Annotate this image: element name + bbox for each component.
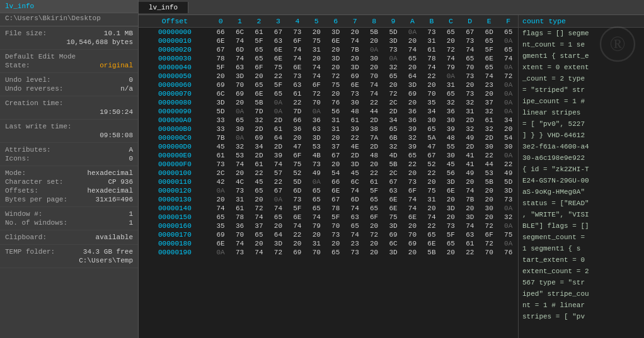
hex-cell[interactable]: 75 (288, 160, 307, 169)
hex-cell[interactable]: 22 (480, 151, 498, 160)
hex-cell[interactable]: 36 (441, 107, 460, 116)
hex-cell[interactable]: 6E (211, 37, 230, 45)
hex-cell[interactable]: 6C (345, 177, 364, 186)
hex-cell[interactable]: 45 (211, 142, 230, 151)
hex-cell[interactable]: 20 (403, 248, 422, 257)
hex-cell[interactable]: 5D (211, 107, 230, 116)
hex-cell[interactable]: 65 (250, 81, 268, 89)
hex-cell[interactable]: 79 (307, 222, 326, 230)
hex-cell[interactable]: 20 (268, 222, 287, 230)
hex-cell[interactable]: 20 (307, 230, 326, 239)
hex-cell[interactable]: 65 (384, 125, 403, 133)
hex-cell[interactable]: 20 (480, 213, 498, 222)
hex-cell[interactable]: 65 (441, 28, 460, 37)
hex-cell[interactable]: 65 (268, 89, 287, 98)
hex-table-container[interactable]: Offset 0 1 2 3 4 5 6 7 8 9 A B C (139, 15, 518, 338)
hex-cell[interactable]: 20 (326, 239, 345, 248)
hex-cell[interactable]: 6E (384, 204, 403, 213)
hex-cell[interactable]: 52 (288, 169, 307, 177)
hex-cell[interactable]: 32 (480, 107, 498, 116)
hex-cell[interactable]: 2D (364, 116, 383, 125)
hex-cell[interactable]: 22 (288, 230, 307, 239)
hex-cell[interactable]: 47 (288, 142, 307, 151)
hex-cell[interactable]: 74 (422, 63, 441, 72)
hex-cell[interactable]: 67 (268, 28, 287, 37)
hex-cell[interactable]: 56 (441, 169, 460, 177)
hex-cell[interactable]: 20 (480, 89, 498, 98)
hex-cell[interactable]: 73 (211, 160, 230, 169)
hex-cell[interactable]: 74 (422, 213, 441, 222)
hex-cell[interactable]: 20 (250, 195, 268, 204)
hex-cell[interactable]: 65 (480, 63, 498, 72)
hex-cell[interactable]: 34 (250, 142, 268, 151)
hex-cell[interactable]: 69 (345, 72, 364, 81)
hex-cell[interactable]: 3D (326, 54, 345, 63)
hex-cell[interactable]: 65 (307, 204, 326, 213)
hex-cell[interactable]: 63 (288, 81, 307, 89)
hex-cell[interactable]: 65 (268, 213, 287, 222)
hex-cell[interactable]: 6E (384, 195, 403, 204)
hex-cell[interactable]: 22 (422, 169, 441, 177)
hex-cell[interactable]: 65 (250, 45, 268, 54)
hex-cell[interactable]: 74 (268, 160, 287, 169)
hex-cell[interactable]: 39 (268, 151, 287, 160)
hex-cell[interactable]: 65 (441, 89, 460, 98)
hex-cell[interactable]: 56 (326, 107, 345, 116)
hex-cell[interactable]: 30 (422, 116, 441, 125)
hex-cell[interactable]: 2D (345, 151, 364, 160)
hex-cell[interactable]: 5B (250, 98, 268, 107)
hex-cell[interactable]: 61 (250, 28, 268, 37)
hex-cell[interactable]: 61 (480, 116, 498, 125)
hex-cell[interactable]: 73 (384, 45, 403, 54)
hex-cell[interactable]: 69 (211, 230, 230, 239)
hex-cell[interactable]: 3D (326, 28, 345, 37)
hex-cell[interactable]: 20 (364, 160, 383, 169)
hex-cell[interactable]: 6C (230, 28, 249, 37)
hex-cell[interactable]: 53 (230, 151, 249, 160)
hex-cell[interactable]: 2C (384, 169, 403, 177)
hex-cell[interactable]: 36 (403, 107, 422, 116)
hex-cell[interactable]: 20 (364, 222, 383, 230)
hex-cell[interactable]: 74 (230, 239, 249, 248)
hex-cell[interactable]: 65 (403, 54, 422, 63)
hex-cell[interactable]: 64 (268, 133, 287, 142)
hex-cell[interactable]: 30 (230, 125, 249, 133)
hex-cell[interactable]: 74 (364, 89, 383, 98)
hex-cell[interactable]: 5F (364, 186, 383, 195)
hex-cell[interactable]: 74 (288, 222, 307, 230)
hex-cell[interactable]: 7B (461, 195, 480, 204)
hex-cell[interactable]: 5D (384, 28, 403, 37)
hex-cell[interactable]: 31 (422, 195, 441, 204)
hex-cell[interactable]: 3D (498, 186, 518, 195)
hex-cell[interactable]: 6B (384, 133, 403, 142)
hex-cell[interactable]: 49 (307, 169, 326, 177)
hex-cell[interactable]: 74 (230, 37, 249, 45)
hex-cell[interactable]: 65 (250, 230, 268, 239)
hex-cell[interactable]: 20 (441, 195, 460, 204)
hex-cell[interactable]: 20 (211, 72, 230, 81)
hex-cell[interactable]: 5A (422, 133, 441, 142)
hex-cell[interactable]: 3D (307, 133, 326, 142)
hex-cell[interactable]: 70 (230, 81, 249, 89)
hex-cell[interactable]: 74 (250, 213, 268, 222)
hex-cell[interactable]: 31 (326, 116, 345, 125)
hex-cell[interactable]: 36 (230, 222, 249, 230)
hex-cell[interactable]: 41 (461, 151, 480, 160)
hex-cell[interactable]: 69 (288, 248, 307, 257)
hex-cell[interactable]: 22 (250, 169, 268, 177)
hex-cell[interactable]: 67 (384, 177, 403, 186)
hex-cell[interactable]: 67 (461, 28, 480, 37)
hex-cell[interactable]: 70 (461, 63, 480, 72)
hex-cell[interactable]: 5F (326, 213, 345, 222)
hex-cell[interactable]: 5B (422, 248, 441, 257)
hex-cell[interactable]: 36 (288, 125, 307, 133)
hex-cell[interactable]: 20 (288, 133, 307, 142)
hex-cell[interactable]: 7D (250, 107, 268, 116)
hex-cell[interactable]: 2D (268, 142, 287, 151)
hex-cell[interactable]: 3D (403, 81, 422, 89)
hex-cell[interactable]: 65 (345, 222, 364, 230)
hex-cell[interactable]: 6E (403, 213, 422, 222)
hex-cell[interactable]: 5F (250, 37, 268, 45)
hex-cell[interactable]: 76 (326, 98, 345, 107)
hex-cell[interactable]: 65 (250, 54, 268, 63)
